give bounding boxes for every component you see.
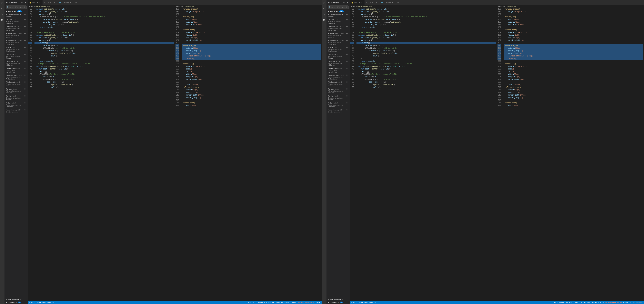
ext-item[interactable]: evermonkey 2.4.5 ⚙ Markdown support fo..… xyxy=(327,59,350,66)
ext-item[interactable]: Flutter 2.20.0 ⚙ Flutter support and d..… xyxy=(327,101,350,108)
ext-gear-icon[interactable]: ⚙ xyxy=(346,88,348,90)
ext-gear-icon[interactable]: ⚙ xyxy=(24,32,26,35)
ext-item[interactable]: DotENV 1.0.1 ⚙ Support for dotenv fil...… xyxy=(327,18,350,25)
ext-gear-icon[interactable]: ⚙ xyxy=(24,39,26,41)
r-status-language[interactable]: JavaScript xyxy=(583,302,590,303)
r-css-code-content[interactable]: .variety-product{ margin:0 6px 0 4px;}.v… xyxy=(502,8,644,301)
ext-item[interactable]: ECMAScript Q... 0.2.6 ⚙ Transform quotes… xyxy=(327,32,350,39)
ext-gear-icon[interactable]: ⚙ xyxy=(346,39,348,41)
toolbar-more[interactable]: ⋯ xyxy=(53,1,56,4)
sidebar-more-icon[interactable]: ⋯ xyxy=(21,1,24,4)
disabled-section[interactable]: ▸ DISABLED 0 xyxy=(5,301,28,304)
sidebar-filter-icon[interactable]: ≡ xyxy=(24,1,26,4)
ext-gear-icon[interactable]: ⚙ xyxy=(346,109,348,111)
ext-item[interactable]: eWam Plugin 0.3.5 ⚙ eWam Plugin mphasisw… xyxy=(327,66,350,73)
toolbar-play[interactable]: ▷ xyxy=(47,1,49,4)
ext-gear-icon[interactable]: ⚙ xyxy=(346,32,348,35)
r-activity-source-control[interactable] xyxy=(322,13,326,16)
ext-item[interactable]: File Template 2.0.4 ⚙ An extension for c… xyxy=(327,80,350,87)
ext-gear-icon[interactable]: ⚙ xyxy=(24,81,26,83)
r-activity-explorer[interactable] xyxy=(322,1,326,5)
ext-gear-icon[interactable]: ⚙ xyxy=(346,25,348,28)
tab-overflow[interactable]: ⋯ xyxy=(73,1,78,4)
ext-item[interactable]: Eva Theme 0.7.0 ⚙ A colorful and seman..… xyxy=(5,52,28,59)
r-enabled-section[interactable]: ▾ ENABLED 112 xyxy=(327,9,350,12)
ext-item[interactable]: Folder Indexing 0.2.0 ⚙ Creates in-memor… xyxy=(5,108,28,113)
ext-item[interactable]: Eva Theme 0.7.0 ⚙ A colorful and seman..… xyxy=(327,52,350,59)
ext-gear-icon[interactable]: ⚙ xyxy=(24,25,26,28)
r-activity-search[interactable] xyxy=(322,7,326,10)
r-recommended-section[interactable]: ▸ RECOMMENDED xyxy=(327,298,350,301)
ext-item[interactable]: DotENV 1.0.1 ⚙ Support for dotenv fil...… xyxy=(5,18,28,25)
ext-item[interactable]: File Template 2.0.4 ⚙ An extension for c… xyxy=(5,80,28,87)
tab-css-close[interactable]: × xyxy=(70,1,72,3)
r-toolbar-more[interactable]: ⋯ xyxy=(375,1,378,4)
ext-gear-icon[interactable]: ⚙ xyxy=(24,102,26,104)
ext-gear-icon[interactable]: ⚙ xyxy=(24,74,26,76)
status-encoding[interactable]: UTF-8 xyxy=(266,302,271,303)
r-sidebar-more-icon[interactable]: ⋯ xyxy=(343,1,346,4)
r-tab-js-close[interactable]: × xyxy=(361,1,363,4)
ext-gear-icon[interactable]: ⚙ xyxy=(24,109,26,111)
r-status-eol[interactable]: LF xyxy=(580,302,582,303)
r-status-errors[interactable]: ⊗ 0 ⚠ 0 xyxy=(351,302,357,304)
ext-gear-icon[interactable]: ⚙ xyxy=(346,60,348,62)
r-toolbar-pin[interactable]: ◁ xyxy=(366,1,368,4)
js-code-content[interactable]: function getParents(data, id) { var self… xyxy=(33,8,175,301)
r-js-code-content[interactable]: function getParents(data, id) { var self… xyxy=(355,8,497,301)
status-prettier[interactable]: Prettier xyxy=(316,302,321,303)
status-eol[interactable]: LF xyxy=(272,302,274,303)
r-status-line-col[interactable]: Ln 35, Col 12 xyxy=(554,302,564,303)
activity-explorer[interactable] xyxy=(0,1,4,5)
tab-index-js[interactable]: index.js × xyxy=(28,0,42,5)
ext-gear-icon[interactable]: ⚙ xyxy=(346,81,348,83)
r-activity-extensions[interactable] xyxy=(322,18,326,22)
tab-index-css[interactable]: index.css × xyxy=(57,0,73,5)
r-toolbar-split[interactable]: ⊡ xyxy=(372,1,374,4)
ext-gear-icon[interactable]: ⚙ xyxy=(24,13,26,15)
recommended-section[interactable]: ▸ RECOMMENDED xyxy=(5,298,28,301)
r-status-encoding[interactable]: UTF-8 xyxy=(574,302,578,303)
ext-gear-icon[interactable]: ⚙ xyxy=(346,67,348,69)
ext-item[interactable]: Flutter 2.20.0 ⚙ Flutter support and d..… xyxy=(5,101,28,108)
status-eslint[interactable]: ESLint xyxy=(284,302,289,303)
r-tab-index-css[interactable]: index.css × xyxy=(379,0,395,5)
toolbar-pin[interactable]: ◁ xyxy=(44,1,46,4)
ext-item[interactable]: file-icons 1.0.16 ⚙ File-specific icons … xyxy=(5,87,28,94)
ext-item[interactable]: file-size 0.1.3 ⚙ Show the current tex..… xyxy=(327,94,350,101)
ext-gear-icon[interactable]: ⚙ xyxy=(346,46,348,48)
ext-item[interactable]: Adds syntax highlight... ⚙ Microsoft xyxy=(5,12,28,18)
js-code-editor[interactable]: 2223242526272829303132333435363738394041… xyxy=(28,8,175,301)
ext-item[interactable]: file-icons 1.0.16 ⚙ File-specific icons … xyxy=(327,87,350,94)
ext-gear-icon[interactable]: ⚙ xyxy=(346,102,348,104)
css-code-content[interactable]: .variety-product{ margin:0 6px 0 4px;}.v… xyxy=(180,8,322,301)
ext-item[interactable]: ECMAScript Q... 0.2.6 ⚙ Transform quotes… xyxy=(5,32,28,39)
ext-gear-icon[interactable]: ⚙ xyxy=(24,67,26,69)
ext-item[interactable]: Adds syntax highlight... ⚙ Microsoft xyxy=(327,12,350,18)
activity-search[interactable] xyxy=(0,7,4,10)
ext-gear-icon[interactable]: ⚙ xyxy=(346,13,348,15)
r-status-eslint[interactable]: ESLint xyxy=(592,302,596,303)
r-disabled-section[interactable]: ▸ DISABLED 0 xyxy=(327,301,350,304)
ext-item[interactable]: file-size 0.1.3 ⚙ Show the current tex..… xyxy=(5,94,28,101)
search-input[interactable] xyxy=(6,5,26,9)
r-tab-css-close[interactable]: × xyxy=(392,1,394,3)
ext-item[interactable]: evermonkey 2.4.5 ⚙ Markdown support fo..… xyxy=(5,59,28,66)
ext-gear-icon[interactable]: ⚙ xyxy=(346,95,348,97)
ext-item[interactable]: Drupal Syntax... 0.0.12 ⚙ Provides synta… xyxy=(5,25,28,32)
status-line-col[interactable]: Ln 35, Col 12 xyxy=(247,302,256,303)
ext-gear-icon[interactable]: ⚙ xyxy=(346,18,348,21)
ext-item[interactable]: extract-compo... 1.0.1 ⚙ Extract compone… xyxy=(327,73,350,80)
toolbar-split[interactable]: ⊡ xyxy=(50,1,52,4)
enabled-section[interactable]: ▾ ENABLED 112 xyxy=(5,9,28,12)
r-css-code-editor[interactable]: 1801811821831841851861871881891901911921… xyxy=(497,8,644,301)
r-toolbar-play[interactable]: ▷ xyxy=(369,1,371,4)
activity-source-control[interactable] xyxy=(0,13,4,16)
ext-gear-icon[interactable]: ⚙ xyxy=(24,60,26,62)
ext-item[interactable]: Drupal Syntax... 0.0.12 ⚙ Provides synta… xyxy=(327,25,350,32)
ext-gear-icon[interactable]: ⚙ xyxy=(24,88,26,90)
ext-gear-icon[interactable]: ⚙ xyxy=(24,53,26,55)
r-status-spaces[interactable]: Spaces: 4 xyxy=(565,302,572,303)
activity-extensions[interactable] xyxy=(0,18,4,22)
status-errors[interactable]: ⊗ 0 ⚠ 0 xyxy=(29,302,35,304)
